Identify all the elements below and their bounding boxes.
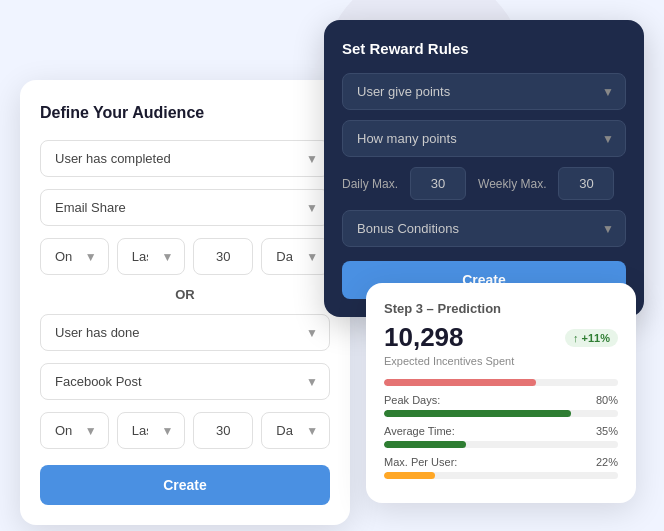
weekly-max-label: Weekly Max. (478, 177, 546, 191)
incentives-bar-fill (384, 379, 536, 386)
audience-row2: Once ▼ Last ▼ Days ▼ (40, 412, 330, 449)
incentives-bar-bg (384, 379, 618, 386)
frequency-select1-wrap: Once ▼ (40, 238, 109, 275)
prediction-card: Step 3 – Prediction 10,298 ↑ +11% Expect… (366, 283, 636, 503)
max-per-user-bar-fill (384, 472, 435, 479)
peak-days-label-row: Peak Days: 80% (384, 394, 618, 406)
or-divider: OR (40, 287, 330, 302)
number-input1[interactable] (193, 238, 253, 275)
audience-select3[interactable]: User has done (40, 314, 330, 351)
unit-select1[interactable]: Days (261, 238, 330, 275)
peak-days-section: Peak Days: 80% (384, 394, 618, 417)
daily-max-input[interactable] (410, 167, 466, 200)
max-per-user-label-row: Max. Per User: 22% (384, 456, 618, 468)
max-per-user-pct: 22% (596, 456, 618, 468)
max-per-user-bar-bg (384, 472, 618, 479)
audience-card-title: Define Your Audience (40, 104, 330, 122)
peak-days-pct: 80% (596, 394, 618, 406)
max-per-user-label: Max. Per User: (384, 456, 457, 468)
reward-select2[interactable]: How many points (342, 120, 626, 157)
reward-card-title: Set Reward Rules (342, 40, 626, 57)
audience-select1-wrap: User has completed ▼ (40, 140, 330, 177)
period-select2[interactable]: Last (117, 412, 186, 449)
reward-select2-wrap: How many points ▼ (342, 120, 626, 157)
reward-select3-wrap: Bonus Conditions ▼ (342, 210, 626, 247)
audience-row1: Once ▼ Last ▼ Days ▼ (40, 238, 330, 275)
audience-select2-wrap: Email Share ▼ (40, 189, 330, 226)
avg-time-pct: 35% (596, 425, 618, 437)
audience-create-button[interactable]: Create (40, 465, 330, 505)
reward-max-row: Daily Max. Weekly Max. (342, 167, 626, 200)
unit-select2[interactable]: Days (261, 412, 330, 449)
prediction-number-row: 10,298 ↑ +11% (384, 322, 618, 353)
up-arrow-icon: ↑ (573, 332, 579, 344)
reward-select1-wrap: User give points ▼ (342, 73, 626, 110)
avg-time-section: Average Time: 35% (384, 425, 618, 448)
frequency-select2[interactable]: Once (40, 412, 109, 449)
prediction-subtitle: Expected Incentives Spent (384, 355, 618, 367)
reward-card: Set Reward Rules User give points ▼ How … (324, 20, 644, 317)
prediction-title: Step 3 – Prediction (384, 301, 618, 316)
avg-time-bar-fill (384, 441, 466, 448)
reward-select1[interactable]: User give points (342, 73, 626, 110)
frequency-select2-wrap: Once ▼ (40, 412, 109, 449)
period-select1[interactable]: Last (117, 238, 186, 275)
peak-days-bar-fill (384, 410, 571, 417)
period-select1-wrap: Last ▼ (117, 238, 186, 275)
max-per-user-section: Max. Per User: 22% (384, 456, 618, 479)
audience-select1[interactable]: User has completed (40, 140, 330, 177)
avg-time-bar-bg (384, 441, 618, 448)
audience-select4-wrap: Facebook Post ▼ (40, 363, 330, 400)
peak-days-bar-bg (384, 410, 618, 417)
audience-card: Define Your Audience User has completed … (20, 80, 350, 525)
avg-time-label: Average Time: (384, 425, 455, 437)
unit-select1-wrap: Days ▼ (261, 238, 330, 275)
weekly-max-input[interactable] (558, 167, 614, 200)
period-select2-wrap: Last ▼ (117, 412, 186, 449)
audience-select4[interactable]: Facebook Post (40, 363, 330, 400)
audience-select2[interactable]: Email Share (40, 189, 330, 226)
prediction-number: 10,298 (384, 322, 464, 353)
frequency-select1[interactable]: Once (40, 238, 109, 275)
unit-select2-wrap: Days ▼ (261, 412, 330, 449)
daily-max-label: Daily Max. (342, 177, 398, 191)
prediction-badge: ↑ +11% (565, 329, 618, 347)
prediction-badge-text: +11% (582, 332, 610, 344)
audience-select3-wrap: User has done ▼ (40, 314, 330, 351)
avg-time-label-row: Average Time: 35% (384, 425, 618, 437)
number-input2[interactable] (193, 412, 253, 449)
peak-days-label: Peak Days: (384, 394, 440, 406)
reward-select3[interactable]: Bonus Conditions (342, 210, 626, 247)
